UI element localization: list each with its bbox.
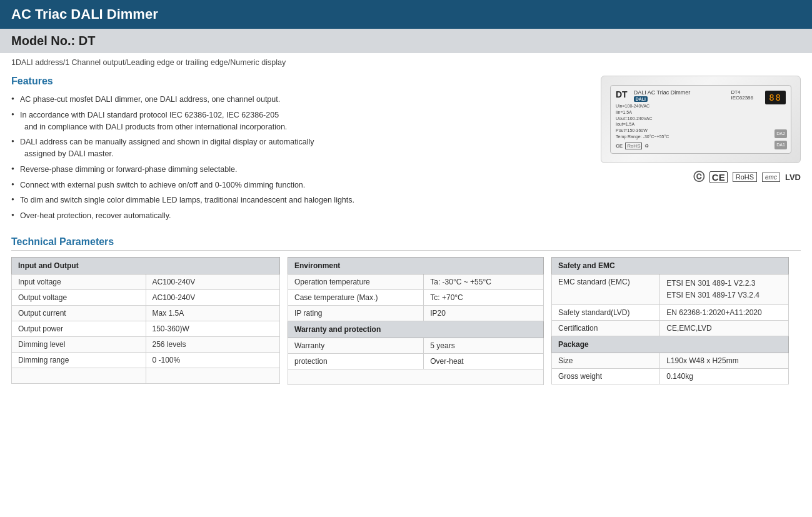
- tables-row: Input and Output Input voltage AC100-240…: [11, 257, 801, 385]
- table-row: Dimming level 256 levels: [12, 336, 280, 352]
- package-value-1: L190x W48 x H25mm: [660, 353, 789, 369]
- list-item: Over-heat protection, recover automatica…: [11, 208, 576, 224]
- safety-label-2: Safety standard(LVD): [552, 305, 660, 321]
- io-label-5: Dimming level: [12, 336, 146, 352]
- cert-emc-label: emc: [762, 173, 780, 182]
- table-row: Size L190x W48 x H25mm: [552, 353, 789, 369]
- certifications-row: ⓒ CE RoHS emc LVD: [693, 169, 801, 184]
- table-row: Input voltage AC100-240V: [12, 274, 280, 289]
- features-left: Features AC phase-cut mosfet DALI dimmer…: [11, 76, 576, 224]
- table-row: Output power 150-360)W: [12, 321, 280, 336]
- io-label-1: Input voltage: [12, 274, 146, 289]
- safety-table-header: Safety and EMC: [552, 257, 789, 274]
- list-item: Reverse-phase dimming or forward-phase d…: [11, 162, 576, 178]
- table-row: Output voltage AC100-240V: [12, 289, 280, 305]
- io-value-1: AC100-240V: [146, 274, 280, 289]
- safety-table-body: EMC standard (EMC) ETSI EN 301 489-1 V2.…: [552, 274, 789, 384]
- product-image-inner: DT DALI AC Triac Dimmer DALI Uin=100-240…: [610, 85, 791, 154]
- page-title: AC Triac DALI Dimmer: [11, 6, 801, 23]
- env-value-1: Ta: -30°C ~ +55°C: [424, 274, 544, 289]
- features-right: DT DALI AC Triac Dimmer DALI Uin=100-240…: [588, 76, 801, 224]
- page-wrapper: AC Triac DALI Dimmer Model No.: DT 1DALI…: [0, 0, 812, 391]
- safety-label-1: EMC standard (EMC): [552, 274, 660, 304]
- warranty-value-1: 5 years: [424, 338, 544, 353]
- env-table: Environment Operation temperature Ta: -3…: [288, 257, 544, 385]
- safety-value-1: ETSI EN 301 489-1 V2.2.3 ETSI EN 301 489…: [660, 274, 789, 304]
- table-row: Package: [552, 336, 789, 353]
- io-value-4: 150-360)W: [146, 321, 280, 336]
- table-row: Gross weight 0.140kg: [552, 369, 789, 384]
- table-row: Certification CE,EMC,LVD: [552, 321, 789, 336]
- safety-label-3: Certification: [552, 321, 660, 336]
- tech-params-title: Technical Parameters: [11, 236, 801, 251]
- io-value-3: Max 1.5A: [146, 305, 280, 321]
- io-label-3: Output current: [12, 305, 146, 321]
- header-bar: AC Triac DALI Dimmer: [0, 0, 812, 29]
- table-row: Warranty and protection: [288, 321, 544, 338]
- warranty-label-1: Warranty: [288, 338, 424, 353]
- list-item: Connect with external push switch to ach…: [11, 178, 576, 193]
- cert-ce-label: CE: [709, 171, 728, 183]
- warranty-label-2: protection: [288, 353, 424, 369]
- product-dali-label: DALI AC Triac Dimmer: [634, 89, 691, 96]
- io-value-2: AC100-240V: [146, 289, 280, 305]
- env-value-3: IP20: [424, 305, 544, 321]
- env-label-1: Operation temperature: [288, 274, 424, 289]
- io-label-4: Output power: [12, 321, 146, 336]
- package-label-2: Gross weight: [552, 369, 660, 384]
- product-rohs-mark: RoHS: [625, 143, 642, 149]
- cert-c-icon: ⓒ: [693, 169, 704, 184]
- table-row: Output current Max 1.5A: [12, 305, 280, 321]
- package-value-2: 0.140kg: [660, 369, 789, 384]
- features-list: AC phase-cut mosfet DALI dimmer, one DAL…: [11, 92, 576, 224]
- product-label-row: DT DALI AC Triac Dimmer DALI: [616, 89, 786, 102]
- product-image: DT DALI AC Triac Dimmer DALI Uin=100-240…: [601, 76, 801, 163]
- env-label-3: IP rating: [288, 305, 424, 321]
- io-table-body: Input voltage AC100-240V Output voltage …: [12, 274, 280, 383]
- table-row: EMC standard (EMC) ETSI EN 301 489-1 V2.…: [552, 274, 789, 304]
- product-display: 88: [765, 91, 786, 104]
- product-subtitle: 1DALI address/1 Channel output/Leading e…: [0, 53, 812, 69]
- table-row-empty: [12, 368, 280, 383]
- safety-value-2: EN 62368-1:2020+A11:2020: [660, 305, 789, 321]
- io-table: Input and Output Input voltage AC100-240…: [11, 257, 280, 384]
- features-section: Features AC phase-cut mosfet DALI dimmer…: [0, 69, 812, 230]
- env-value-2: Tc: +70°C: [424, 289, 544, 305]
- io-table-header: Input and Output: [12, 257, 280, 274]
- cert-rohs-label: RoHS: [733, 172, 757, 182]
- dali-badge: DALI: [634, 96, 648, 102]
- table-row: Operation temperature Ta: -30°C ~ +55°C: [288, 274, 544, 289]
- product-recycle-mark: ♻: [644, 143, 649, 149]
- env-label-2: Case temperature (Max.): [288, 289, 424, 305]
- table-row: Warranty 5 years: [288, 338, 544, 353]
- list-item: DALI address can be manually assigned an…: [11, 134, 576, 162]
- safety-table: Safety and EMC EMC standard (EMC) ETSI E…: [551, 257, 789, 384]
- warranty-header: Warranty and protection: [288, 321, 544, 338]
- model-bar: Model No.: DT: [0, 29, 812, 53]
- model-number: Model No.: DT: [11, 34, 801, 48]
- list-item: To dim and switch single color dimmable …: [11, 193, 576, 208]
- table-row: Case temperature (Max.) Tc: +70°C: [288, 289, 544, 305]
- io-value-6: 0 -100%: [146, 352, 280, 368]
- package-header: Package: [552, 336, 789, 353]
- list-item: In accordance with DALI standard protoco…: [11, 108, 576, 135]
- table-row-empty: [288, 369, 544, 384]
- table-row: Dimming range 0 -100%: [12, 352, 280, 368]
- warranty-value-2: Over-heat: [424, 353, 544, 369]
- table-row: Safety standard(LVD) EN 62368-1:2020+A11…: [552, 305, 789, 321]
- io-label-6: Dimming range: [12, 352, 146, 368]
- safety-value-3: CE,EMC,LVD: [660, 321, 789, 336]
- features-title: Features: [11, 76, 576, 87]
- connector-da1: DA1: [774, 141, 787, 149]
- env-table-body: Operation temperature Ta: -30°C ~ +55°C …: [288, 274, 544, 384]
- product-ce-mark: CE: [616, 143, 623, 149]
- product-dt-label: DT: [616, 89, 628, 99]
- connector-da2: DA2: [774, 129, 787, 138]
- tech-params-section: Technical Parameters Input and Output In…: [0, 230, 812, 391]
- io-label-2: Output voltage: [12, 289, 146, 305]
- io-value-5: 256 levels: [146, 336, 280, 352]
- cert-lvd-label: LVD: [785, 173, 801, 182]
- package-label-1: Size: [552, 353, 660, 369]
- product-specs: Uin=100-240VAC Iin=1.5A Uout=100-240VAC …: [616, 103, 786, 140]
- table-row: IP rating IP20: [288, 305, 544, 321]
